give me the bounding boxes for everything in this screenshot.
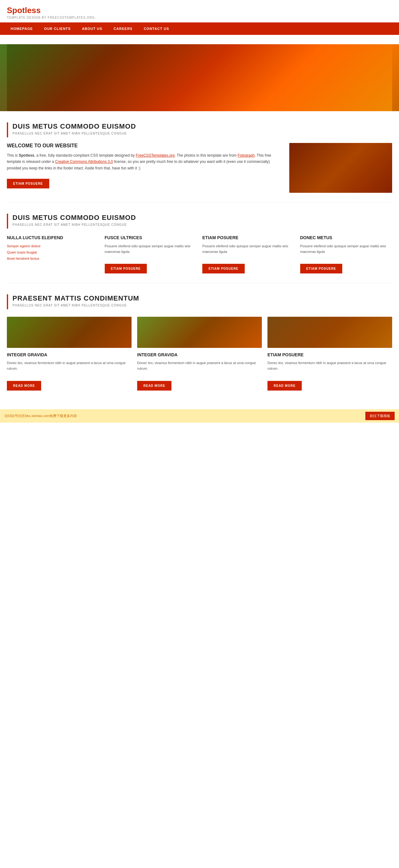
- nav-item: CONTACT US: [138, 23, 175, 35]
- card3-title: ETIAM POSUERE: [267, 352, 392, 357]
- col1-link-2[interactable]: Quam turpis feugiat: [7, 250, 37, 254]
- nav-item: ABOUT US: [76, 23, 108, 35]
- nav-item: OUR CLIENTS: [38, 23, 76, 35]
- nav-item: HOMEPAGE: [5, 23, 38, 35]
- card1-button[interactable]: READ MORE: [7, 381, 41, 391]
- main-nav: HOMEPAGEOUR CLIENTSABOUT USCAREERSCONTAC…: [0, 23, 399, 35]
- col-item-4: DONEC METUS Posuere eleifend odio quisqu…: [300, 235, 393, 274]
- list-item: Amet hendrerit lectus: [7, 256, 99, 261]
- section-2: DUIS METUS COMMODO EUISMOD PHASELLUS NEC…: [0, 203, 399, 283]
- card3-image: [267, 317, 392, 348]
- site-header: Spotless TEMPLATE DESIGN BY FREECSSTEMPL…: [0, 0, 399, 23]
- section1-bar: [7, 122, 8, 137]
- welcome-image: [289, 143, 392, 193]
- col3-title: ETIAM POSUERE: [202, 235, 294, 241]
- nav-link[interactable]: OUR CLIENTS: [38, 23, 76, 35]
- nav-link[interactable]: ABOUT US: [76, 23, 108, 35]
- section1-heading-text: DUIS METUS COMMODO EUISMOD PHASELLUS NEC…: [12, 122, 136, 135]
- col4-desc: Posuere eleifend odio quisque semper aug…: [300, 244, 393, 254]
- section2-title: DUIS METUS COMMODO EUISMOD: [12, 214, 136, 222]
- col1-title: NULLA LUCTUS ELEIFEND: [7, 235, 99, 241]
- section2-heading-text: DUIS METUS COMMODO EUISMOD PHASELLUS NEC…: [12, 214, 136, 226]
- card1-title: INTEGER GRAVIDA: [7, 352, 132, 357]
- col4-title: DONEC METUS: [300, 235, 393, 241]
- brand-name: Spotless: [19, 153, 34, 158]
- hero-image: [7, 44, 392, 111]
- section3-subtitle: PHASELLUS NEC ERAT SIT AMET NIBH PELLENT…: [12, 304, 139, 307]
- section2-bar: [7, 214, 8, 228]
- section1-button[interactable]: ETIAM POSUERE: [7, 179, 49, 188]
- card3-desc: Donec leo, vivamus fermentum nibh in aug…: [267, 360, 392, 371]
- card-item-1: INTEGER GRAVIDA Donec leo, vivamus ferme…: [7, 317, 132, 390]
- section-1: DUIS METUS COMMODO EUISMOD PHASELLUS NEC…: [0, 111, 399, 202]
- four-col-grid: NULLA LUCTUS ELEIFEND Semper egetmi dolo…: [7, 235, 392, 274]
- download-button[interactable]: 前往下载模板: [365, 412, 395, 420]
- card2-desc: Donec leo, vivamus fermentum nibh in aug…: [137, 360, 262, 371]
- card2-title: INTEGER GRAVIDA: [137, 352, 262, 357]
- section3-title: PRAESENT MATTIS CONDIMENTUM: [12, 294, 139, 302]
- link-fotograph[interactable]: Fotograph: [237, 153, 255, 158]
- card-item-2: INTEGER GRAVIDA Donec leo, vivamus ferme…: [137, 317, 262, 390]
- section1-title: DUIS METUS COMMODO EUISMOD: [12, 122, 136, 130]
- list-item: Quam turpis feugiat: [7, 250, 99, 254]
- card-item-3: ETIAM POSUERE Donec leo, vivamus ferment…: [267, 317, 392, 390]
- site-logo[interactable]: Spotless: [7, 6, 392, 15]
- col4-button[interactable]: ETIAM POSUERE: [300, 264, 343, 274]
- nav-link[interactable]: HOMEPAGE: [5, 23, 38, 35]
- nav-link[interactable]: CAREERS: [108, 23, 138, 35]
- section2-heading-block: DUIS METUS COMMODO EUISMOD PHASELLUS NEC…: [7, 214, 392, 228]
- three-col-grid: INTEGER GRAVIDA Donec leo, vivamus ferme…: [7, 317, 392, 390]
- col-item-1: NULLA LUCTUS ELEIFEND Semper egetmi dolo…: [7, 235, 99, 274]
- welcome-title: WELCOME TO OUR WEBSITE: [7, 143, 283, 149]
- hero-section: [0, 44, 399, 111]
- card2-image: [137, 317, 262, 348]
- welcome-para: This is Spotless, a free, fully standard…: [7, 152, 283, 171]
- col2-button[interactable]: ETIAM POSUERE: [105, 264, 147, 274]
- col1-link-3[interactable]: Amet hendrerit lectus: [7, 257, 39, 260]
- col-item-2: FUSCE ULTRICES Posuere eleifend odio qui…: [105, 235, 197, 274]
- col1-links: Semper egetmi dolore Quam turpis feugiat…: [7, 244, 99, 261]
- footer-watermark: 访问站号社区bbs.xienlao.com免费下载更多内容: [4, 413, 77, 418]
- link-cc[interactable]: Creative Commons Attributions 3.0: [55, 159, 113, 164]
- nav-list: HOMEPAGEOUR CLIENTSABOUT USCAREERSCONTAC…: [0, 23, 399, 35]
- card2-button[interactable]: READ MORE: [137, 381, 171, 391]
- section3-bar: [7, 294, 8, 309]
- card1-desc: Donec leo, vivamus fermentum nibh in aug…: [7, 360, 132, 371]
- welcome-grid: WELCOME TO OUR WEBSITE This is Spotless,…: [7, 143, 392, 193]
- section1-heading-block: DUIS METUS COMMODO EUISMOD PHASELLUS NEC…: [7, 122, 392, 137]
- list-item: Semper egetmi dolore: [7, 244, 99, 248]
- col-item-3: ETIAM POSUERE Posuere eleifend odio quis…: [202, 235, 294, 274]
- col3-desc: Posuere eleifend odio quisque semper aug…: [202, 244, 294, 254]
- card3-button[interactable]: READ MORE: [267, 381, 302, 391]
- nav-link[interactable]: CONTACT US: [138, 23, 175, 35]
- welcome-text: WELCOME TO OUR WEBSITE This is Spotless,…: [7, 143, 283, 193]
- section3-heading-block: PRAESENT MATTIS CONDIMENTUM PHASELLUS NE…: [7, 294, 392, 309]
- col2-title: FUSCE ULTRICES: [105, 235, 197, 241]
- col1-link-1[interactable]: Semper egetmi dolore: [7, 244, 40, 248]
- col3-button[interactable]: ETIAM POSUERE: [202, 264, 245, 274]
- section1-subtitle: PHASELLUS NEC ERAT SIT AMET NIBH PELLENT…: [12, 132, 136, 135]
- section-3: PRAESENT MATTIS CONDIMENTUM PHASELLUS NE…: [0, 283, 399, 400]
- card1-image: [7, 317, 132, 348]
- link-freecss[interactable]: FreeCSSTemplates.org: [136, 153, 175, 158]
- nav-item: CAREERS: [108, 23, 138, 35]
- footer-bar: 访问站号社区bbs.xienlao.com免费下载更多内容 前往下载模板: [0, 409, 399, 423]
- section3-heading-text: PRAESENT MATTIS CONDIMENTUM PHASELLUS NE…: [12, 294, 139, 307]
- site-tagline: TEMPLATE DESIGN BY FREECSSTEMPLATES.ORG.: [7, 16, 392, 19]
- section2-subtitle: PHASELLUS NEC ERAT SIT AMET NIBH PELLENT…: [12, 223, 136, 226]
- col2-desc: Posuere eleifend odio quisque semper aug…: [105, 244, 197, 254]
